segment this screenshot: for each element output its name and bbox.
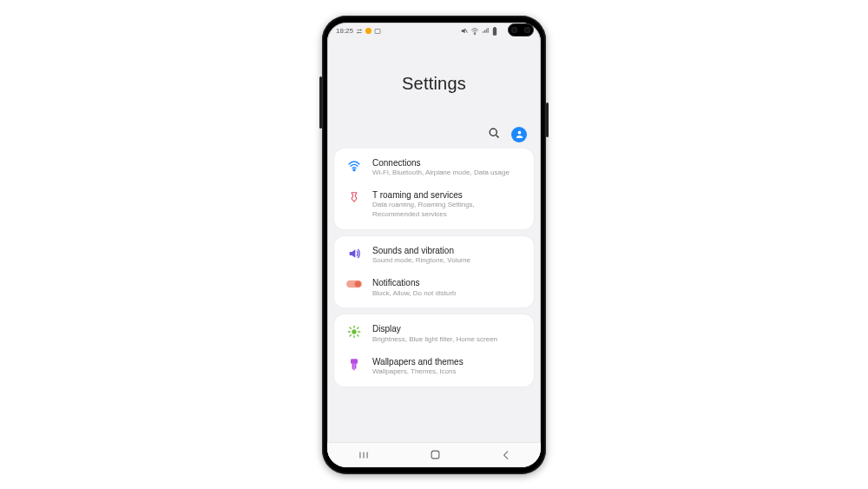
screen: 18:25 <box>327 23 541 467</box>
status-right <box>460 27 497 36</box>
brightness-icon <box>346 324 362 339</box>
svg-rect-0 <box>375 29 380 33</box>
card-icon <box>374 28 381 35</box>
settings-group: Sounds and vibration Sound mode, Rington… <box>334 236 534 308</box>
settings-item-subtitle: Wi-Fi, Bluetooth, Airplane mode, Data us… <box>372 169 522 178</box>
battery-icon <box>492 27 497 36</box>
svg-line-17 <box>358 335 358 336</box>
settings-list: Connections Wi-Fi, Bluetooth, Airplane m… <box>327 149 541 442</box>
settings-item-connections[interactable]: Connections Wi-Fi, Bluetooth, Airplane m… <box>334 152 534 184</box>
brush-icon <box>346 357 362 372</box>
account-button[interactable] <box>511 127 527 142</box>
mute-icon <box>460 27 468 35</box>
back-icon <box>500 449 512 461</box>
settings-item-title: Wallpapers and themes <box>372 357 522 368</box>
camera-cutout <box>508 23 534 36</box>
status-dot-icon <box>365 28 372 34</box>
header-actions <box>327 127 541 149</box>
svg-point-5 <box>490 129 496 135</box>
settings-item-subtitle: Wallpapers, Themes, Icons <box>372 367 522 377</box>
svg-line-1 <box>465 29 467 33</box>
svg-point-8 <box>353 169 355 170</box>
svg-point-7 <box>517 131 521 135</box>
settings-item-wallpapers[interactable]: Wallpapers and themes Wallpapers, Themes… <box>334 351 534 383</box>
settings-item-title: Display <box>372 324 522 335</box>
recents-button[interactable] <box>357 449 371 461</box>
settings-item-notifications[interactable]: Notifications Block, Allow, Do not distu… <box>334 272 534 304</box>
settings-item-sounds[interactable]: Sounds and vibration Sound mode, Rington… <box>334 240 534 272</box>
settings-item-subtitle: Brightness, Blue light filter, Home scre… <box>372 335 522 345</box>
settings-item-subtitle: Block, Allow, Do not disturb <box>372 289 522 299</box>
home-icon <box>429 448 442 461</box>
search-button[interactable] <box>488 127 501 143</box>
home-button[interactable] <box>429 448 442 461</box>
recents-icon <box>357 449 371 461</box>
settings-item-title: Notifications <box>372 278 522 289</box>
signal-icon <box>482 27 490 35</box>
phone-frame: 18:25 <box>322 16 546 474</box>
page-title: Settings <box>327 37 541 127</box>
svg-line-18 <box>350 335 351 336</box>
settings-item-title: Connections <box>372 158 522 169</box>
t-icon <box>346 190 362 203</box>
svg-line-16 <box>350 327 351 328</box>
wifi-icon <box>470 27 479 36</box>
settings-item-roaming[interactable]: T roaming and services Data roaming, Roa… <box>334 184 534 226</box>
svg-line-6 <box>496 135 499 137</box>
toggle-icon <box>346 278 362 289</box>
search-icon <box>488 127 501 143</box>
settings-group: Connections Wi-Fi, Bluetooth, Airplane m… <box>334 149 534 229</box>
svg-rect-20 <box>351 359 358 364</box>
sound-icon <box>346 246 362 261</box>
back-button[interactable] <box>500 449 512 461</box>
svg-point-2 <box>474 33 475 34</box>
person-icon <box>515 127 524 142</box>
svg-point-11 <box>352 330 356 334</box>
wifi-icon <box>346 158 362 173</box>
svg-rect-3 <box>493 28 496 36</box>
svg-rect-4 <box>494 27 496 28</box>
settings-item-display[interactable]: Display Brightness, Blue light filter, H… <box>334 318 534 350</box>
settings-item-title: Sounds and vibration <box>372 246 522 257</box>
settings-item-title: T roaming and services <box>372 190 522 202</box>
sync-icon <box>356 28 363 35</box>
svg-point-10 <box>355 281 361 287</box>
settings-group: Display Brightness, Blue light filter, H… <box>334 314 534 387</box>
status-left: 18:25 <box>336 27 381 35</box>
svg-line-19 <box>358 327 358 328</box>
android-nav-bar <box>327 442 541 467</box>
svg-rect-24 <box>431 451 439 459</box>
clock: 18:25 <box>336 27 353 35</box>
settings-item-subtitle: Data roaming, Roaming Settings, Recommen… <box>372 201 522 220</box>
settings-item-subtitle: Sound mode, Ringtone, Volume <box>372 256 522 266</box>
